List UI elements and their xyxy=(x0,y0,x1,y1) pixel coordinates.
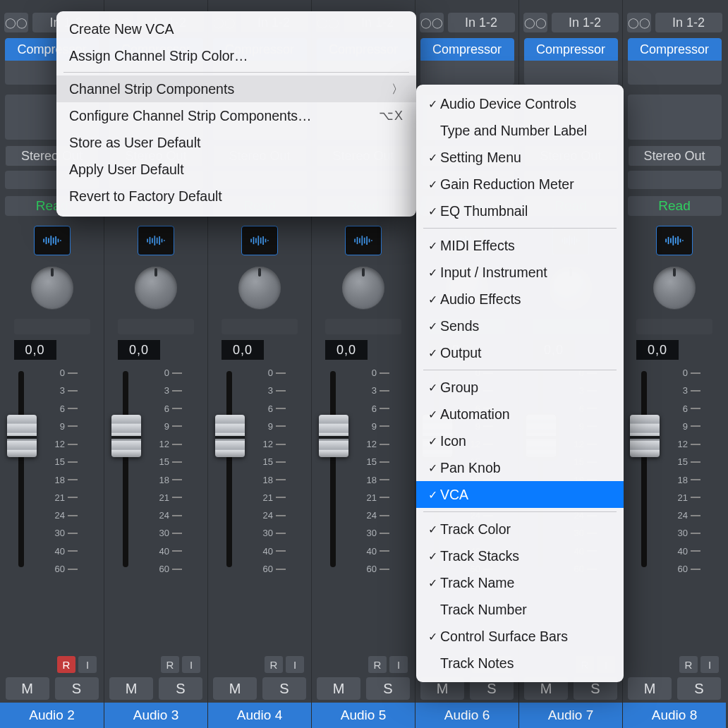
input-selector[interactable]: In 1-2 xyxy=(655,13,722,32)
menu-item[interactable]: Apply User Default xyxy=(56,156,416,183)
sends-area[interactable] xyxy=(628,95,722,140)
vca-slot[interactable] xyxy=(628,171,722,189)
submenu-item[interactable]: ✓Track Stacks xyxy=(416,542,624,569)
input-monitor-button[interactable]: I xyxy=(182,656,200,673)
fader-track[interactable] xyxy=(18,371,24,567)
insert-slots[interactable]: Compressor xyxy=(420,38,514,85)
fader-area[interactable]: 0 3 6 9 12 15 18 21 24 30 xyxy=(623,368,726,573)
fader-area[interactable]: 0 3 6 9 12 15 18 21 24 30 xyxy=(0,368,104,573)
submenu-item[interactable]: ✓Pan Knob xyxy=(416,454,624,481)
fader-area[interactable]: 0 3 6 9 12 15 18 21 24 30 xyxy=(104,368,207,573)
input-monitor-button[interactable]: I xyxy=(389,656,408,673)
fader-cap[interactable] xyxy=(7,415,37,457)
submenu-item[interactable]: ✓Automation xyxy=(416,401,624,427)
track-name[interactable]: Audio 6 xyxy=(415,703,518,728)
input-monitor-button[interactable]: I xyxy=(286,656,304,673)
mute-button[interactable]: M xyxy=(213,677,257,700)
track-icon[interactable] xyxy=(138,226,174,255)
fader-track[interactable] xyxy=(641,371,647,567)
track-name[interactable]: Audio 5 xyxy=(312,703,415,728)
menu-item[interactable]: Store as User Default xyxy=(56,129,416,156)
fader-track[interactable] xyxy=(226,371,232,567)
submenu-item[interactable]: ✓Icon xyxy=(416,427,624,454)
insert-slots[interactable]: Compressor xyxy=(628,38,722,85)
solo-button[interactable]: S xyxy=(55,677,99,700)
submenu-item[interactable]: ✓MIDI Effects xyxy=(416,232,624,259)
submenu-item[interactable]: ✓Audio Effects xyxy=(416,286,624,313)
menu-item[interactable]: Configure Channel Strip Components…⌥X xyxy=(56,102,416,129)
fader-track[interactable] xyxy=(330,371,336,567)
menu-item[interactable]: Create New VCA xyxy=(56,16,416,42)
fader-cap[interactable] xyxy=(215,415,245,457)
submenu-item[interactable]: ✓Track Notes xyxy=(416,650,624,677)
channel-strip-components-submenu[interactable]: ✓Audio Device Controls✓Type and Number L… xyxy=(416,85,624,682)
automation-mode[interactable]: Read xyxy=(628,196,722,216)
fader-cap[interactable] xyxy=(630,415,660,457)
submenu-item[interactable]: ✓Group xyxy=(416,374,624,401)
context-menu[interactable]: Create New VCAAssign Channel Strip Color… xyxy=(56,11,416,217)
menu-item[interactable]: Channel Strip Components〉 xyxy=(56,75,416,102)
mute-button[interactable]: M xyxy=(317,677,360,700)
mute-button[interactable]: M xyxy=(628,677,672,700)
track-icon[interactable] xyxy=(345,226,382,255)
input-selector[interactable]: In 1-2 xyxy=(448,13,515,32)
solo-button[interactable]: S xyxy=(262,677,306,700)
stereo-link-button[interactable]: ◯◯ xyxy=(627,13,651,32)
pan-knob[interactable] xyxy=(653,267,696,309)
menu-item[interactable]: Revert to Factory Default xyxy=(56,183,416,210)
pan-knob[interactable] xyxy=(135,267,177,309)
track-icon[interactable] xyxy=(656,226,693,255)
submenu-item[interactable]: ✓Track Name xyxy=(416,569,624,596)
track-icon[interactable] xyxy=(241,226,278,255)
record-enable-button[interactable]: R xyxy=(368,656,387,673)
track-name[interactable]: Audio 4 xyxy=(208,703,311,728)
menu-item[interactable]: Assign Channel Strip Color… xyxy=(56,42,416,69)
submenu-item[interactable]: ✓Input / Instrument xyxy=(416,259,624,286)
track-name[interactable]: Audio 3 xyxy=(104,703,207,728)
pan-knob[interactable] xyxy=(31,267,73,309)
track-name[interactable]: Audio 7 xyxy=(519,703,622,728)
input-monitor-button[interactable]: I xyxy=(700,656,719,673)
fader-area[interactable]: 0 3 6 9 12 15 18 21 24 30 xyxy=(312,368,415,573)
track-icon[interactable] xyxy=(34,226,71,255)
track-name[interactable]: Audio 8 xyxy=(623,703,726,728)
record-enable-button[interactable]: R xyxy=(161,656,179,673)
stereo-link-button[interactable]: ◯◯ xyxy=(4,13,28,32)
solo-button[interactable]: S xyxy=(159,677,202,700)
fader-cap[interactable] xyxy=(111,415,141,457)
stereo-link-button[interactable]: ◯◯ xyxy=(523,13,547,32)
insert-slots[interactable]: Compressor xyxy=(524,38,618,85)
fader-track[interactable] xyxy=(123,371,128,567)
mute-button[interactable]: M xyxy=(6,677,49,700)
submenu-item[interactable]: ✓VCA xyxy=(416,481,624,508)
track-name[interactable]: Audio 2 xyxy=(0,703,104,728)
solo-button[interactable]: S xyxy=(366,677,410,700)
pan-knob[interactable] xyxy=(342,267,384,309)
insert-compressor[interactable]: Compressor xyxy=(628,38,722,61)
submenu-item[interactable]: ✓Track Number xyxy=(416,596,624,623)
submenu-item[interactable]: ✓Audio Device Controls xyxy=(416,90,624,117)
stereo-link-button[interactable]: ◯◯ xyxy=(420,13,444,32)
channel-strip[interactable]: ◯◯ In 1-2 Compressor Stereo Out Read 0,0… xyxy=(622,0,726,728)
submenu-item[interactable]: ✓EQ Thumbnail xyxy=(416,198,624,224)
insert-compressor[interactable]: Compressor xyxy=(420,38,514,61)
record-enable-button[interactable]: R xyxy=(265,656,283,673)
submenu-item[interactable]: ✓Sends xyxy=(416,313,624,339)
solo-button[interactable]: S xyxy=(677,677,721,700)
input-selector[interactable]: In 1-2 xyxy=(552,13,619,32)
pan-knob[interactable] xyxy=(238,267,281,309)
submenu-item[interactable]: ✓Gain Reduction Meter xyxy=(416,171,624,198)
submenu-item[interactable]: ✓Type and Number Label xyxy=(416,117,624,144)
submenu-item[interactable]: ✓Setting Menu xyxy=(416,144,624,171)
fader-cap[interactable] xyxy=(319,415,348,457)
mute-button[interactable]: M xyxy=(109,677,153,700)
submenu-item[interactable]: ✓Track Color xyxy=(416,516,624,542)
output-selector[interactable]: Stereo Out xyxy=(628,145,722,166)
fader-area[interactable]: 0 3 6 9 12 15 18 21 24 30 xyxy=(208,368,311,573)
record-enable-button[interactable]: R xyxy=(57,656,75,673)
submenu-item[interactable]: ✓Control Surface Bars xyxy=(416,623,624,650)
input-monitor-button[interactable]: I xyxy=(78,656,97,673)
record-enable-button[interactable]: R xyxy=(679,656,698,673)
insert-compressor[interactable]: Compressor xyxy=(524,38,618,61)
submenu-item[interactable]: ✓Output xyxy=(416,339,624,366)
